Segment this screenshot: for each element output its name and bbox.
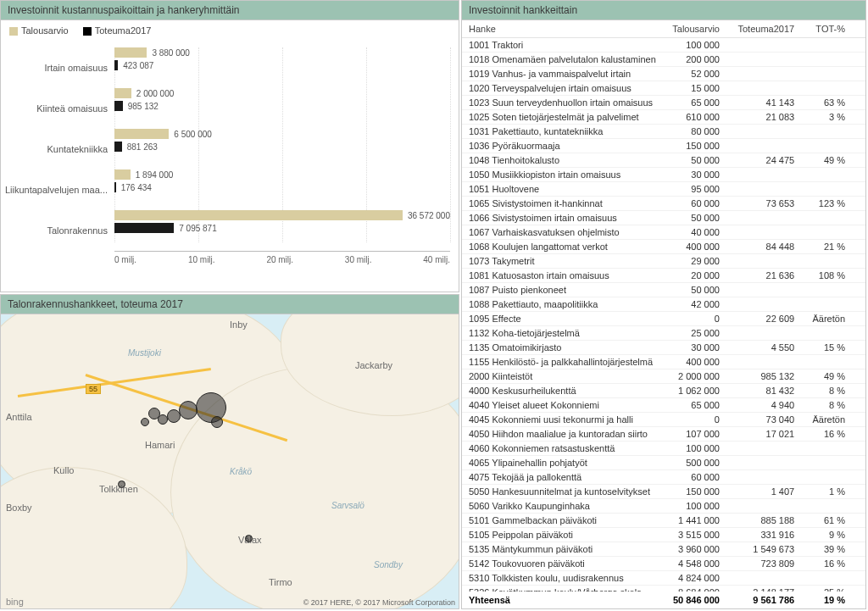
table-row[interactable]: 1135 Omatoimikirjasto30 0004 55015 % [462,341,865,355]
cell-actual: 21 083 [730,110,804,125]
table-panel: Investoinnit hankkeittain Hanke Talousar… [461,0,866,609]
table-row[interactable]: 2000 Kiinteistöt2 000 000985 13249 % [462,369,865,384]
table-row[interactable]: 1051 Huoltovene95 000 [462,182,865,197]
bar-value-budget: 1 894 000 [136,170,174,180]
bar-budget[interactable] [114,88,131,98]
chart-plot-area[interactable]: Irtain omaisuus3 880 000423 087Kiinteä o… [1,42,459,292]
map-bubble[interactable] [179,401,198,419]
table-row[interactable]: 1088 Pakettiauto, maapolitiikka42 000 [462,297,865,312]
table-row[interactable]: 5060 Varikko Kaupunginhaka100 000 [462,499,865,514]
table-row[interactable]: 1023 Suun terveydenhuollon irtain omaisu… [462,96,865,110]
bar-actual[interactable] [114,223,174,233]
map-bubble[interactable] [118,480,125,488]
col-hanke[interactable]: Hanke [462,20,665,38]
map-bubble[interactable] [211,416,223,428]
chart-category-row: Talonrakennus36 572 0007 095 871 [4,210,450,251]
col-budget[interactable]: Talousarvio [665,20,730,38]
cell-name: 1066 Sivistystoimen irtain omaisuus [462,211,665,225]
table-row[interactable]: 5050 Hankesuunnitelmat ja kuntoselvityks… [462,485,865,499]
table-row[interactable]: 1019 Vanhus- ja vammaispalvelut irtain52… [462,67,865,81]
cell-actual: 22 609 [730,312,804,326]
bar-budget[interactable] [114,169,131,180]
cell-name: 1132 Koha-tietojärjestelmä [462,326,665,341]
chart-legend: Talousarvio Toteuma2017 [1,20,459,37]
bar-budget[interactable] [114,210,403,220]
cell-name: 1048 Tienhoitokalusto [462,153,665,168]
cell-budget: 65 000 [665,96,730,110]
bar-actual[interactable] [114,182,116,192]
table-row[interactable]: 1155 Henkilöstö- ja palkkahallintojärjes… [462,355,865,369]
table-row[interactable]: 1050 Musiikkiopiston irtain omaisuus30 0… [462,168,865,182]
table-row[interactable]: 1025 Soten tietojärjestelmät ja palvelim… [462,110,865,125]
cell-pct [804,53,865,67]
table-row[interactable]: 4075 Tekojää ja pallokenttä60 000 [462,470,865,485]
cell-budget: 60 000 [665,197,730,211]
map-bubble[interactable] [167,409,181,423]
table-row[interactable]: 5105 Peippolan päiväkoti3 515 000331 916… [462,528,865,542]
table-scroll[interactable]: Hanke Talousarvio Toteuma2017 TOT-% 1001… [462,20,865,608]
cell-pct: Ääretön [804,413,865,427]
cell-budget: 29 000 [665,254,730,269]
table-row[interactable]: 1036 Pyöräkuormaaja150 000 [462,139,865,153]
bing-logo: bing [6,597,24,607]
map-bubble[interactable] [148,408,160,419]
cell-name: 1019 Vanhus- ja vammaispalvelut irtain [462,67,665,81]
bar-actual[interactable] [114,101,123,111]
table-row[interactable]: 1132 Koha-tietojärjestelmä25 000 [462,326,865,341]
table-row[interactable]: 4045 Kokonniemi uusi tekonurmi ja halli0… [462,413,865,427]
cell-pct: 15 % [804,341,865,355]
cell-actual [730,53,804,67]
cell-budget: 100 000 [665,499,730,514]
map-attribution: © 2017 HERE, © 2017 Microsoft Corporatio… [303,598,455,607]
cell-name: 1036 Pyöräkuormaaja [462,139,665,153]
table-row[interactable]: 5135 Mäntykummun päiväkoti3 960 0001 549… [462,542,865,557]
bar-budget[interactable] [114,47,147,58]
col-pct[interactable]: TOT-% [804,20,865,38]
map-bubble[interactable] [245,535,253,542]
cell-budget: 80 000 [665,125,730,139]
table-row[interactable]: 5142 Toukovuoren päiväkoti4 548 000723 8… [462,557,865,571]
map-panel: Talonrakennushankkeet, toteuma 2017 55 I… [0,294,459,609]
table-row[interactable]: 4060 Kokonniemen ratsastuskenttä100 000 [462,442,865,456]
map-bubble[interactable] [141,418,149,426]
cell-pct [804,182,865,197]
cell-pct [804,125,865,139]
table-row[interactable]: 1001 Traktori100 000 [462,38,865,53]
cell-actual [730,125,804,139]
bar-actual[interactable] [114,142,122,152]
table-row[interactable]: 1073 Takymetrit29 000 [462,254,865,269]
table-row[interactable]: 1066 Sivistystoimen irtain omaisuus50 00… [462,211,865,225]
chart-category-label: Liikuntapalvelujen maa... [4,185,114,195]
table-row[interactable]: 1067 Varhaiskasvatuksen ohjelmisto40 000 [462,225,865,240]
cell-name: 5135 Mäntykummun päiväkoti [462,542,665,557]
cell-name: 1067 Varhaiskasvatuksen ohjelmisto [462,225,665,240]
table-row[interactable]: 4065 Ylipainehallin pohjatyöt500 000 [462,456,865,470]
cell-budget: 15 000 [665,81,730,96]
table-row[interactable]: 4000 Keskusurheilukenttä1 062 00081 4328… [462,384,865,398]
table-row[interactable]: 1068 Koulujen langattomat verkot400 0008… [462,240,865,254]
table-row[interactable]: 1020 Terveyspalvelujen irtain omaisuus15… [462,81,865,96]
cell-name: 1135 Omatoimikirjasto [462,341,665,355]
table-row[interactable]: 5310 Tolkkisten koulu, uudisrakennus4 82… [462,571,865,586]
table-row[interactable]: 1018 Omenamäen palvelutalon kalustaminen… [462,53,865,67]
col-actual[interactable]: Toteuma2017 [730,20,804,38]
table-row[interactable]: 1065 Sivistystoimen it-hankinnat60 00073… [462,197,865,211]
table-row[interactable]: 1095 Effecte022 609Ääretön [462,312,865,326]
bar-budget[interactable] [114,129,169,139]
cell-budget: 25 000 [665,326,730,341]
table-row[interactable]: 4040 Yleiset alueet Kokonniemi65 0004 94… [462,398,865,413]
map-canvas[interactable]: 55 Inby Jackarby Anttila Hamari Kullo To… [1,314,459,608]
table-row[interactable]: 4050 Hiihdon maalialue ja kuntoradan sii… [462,427,865,442]
cell-actual: 41 143 [730,96,804,110]
cell-budget: 200 000 [665,53,730,67]
cell-name: 5310 Tolkkisten koulu, uudisrakennus [462,571,665,586]
table-row[interactable]: 1048 Tienhoitokalusto50 00024 47549 % [462,153,865,168]
x-tick: 40 milj. [423,255,450,276]
table-row[interactable]: 5101 Gammelbackan päiväkoti1 441 000885 … [462,514,865,528]
bar-actual[interactable] [114,60,118,70]
table-row[interactable]: 1081 Katuosaston irtain omaisuus20 00021… [462,269,865,283]
cell-actual [730,326,804,341]
table-row[interactable]: 1087 Puisto pienkoneet50 000 [462,283,865,297]
table-row[interactable]: 1031 Pakettiauto, kuntatekniikka80 000 [462,125,865,139]
legend-swatch-budget [9,27,18,36]
